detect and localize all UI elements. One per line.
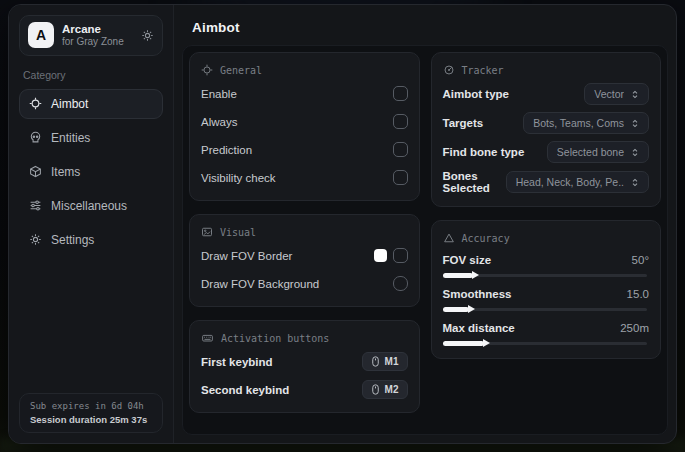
setting-row: Draw FOV Border — [201, 245, 408, 266]
smoothness-setting: Smoothness 15.0 — [443, 288, 650, 312]
tracker-card-header: Tracker — [443, 64, 650, 76]
cube-icon — [29, 165, 42, 178]
slider-fill — [443, 341, 484, 346]
setting-label: Draw FOV Border — [201, 250, 292, 262]
setting-row: First keybind M1 — [201, 351, 408, 372]
setting-label: Targets — [443, 117, 484, 129]
chevron-up-down-icon — [631, 177, 639, 188]
fov-size-setting: FOV size 50° — [443, 254, 650, 278]
setting-row: Prediction — [201, 139, 408, 160]
accuracy-card-header: Accuracy — [443, 232, 650, 244]
app-subtitle: for Gray Zone — [62, 36, 124, 49]
app-logo: A — [28, 22, 54, 48]
image-icon — [201, 226, 213, 238]
setting-label: FOV size — [443, 254, 492, 266]
dropdown-value: Bots, Teams, Coms — [533, 117, 624, 129]
activation-card-header: Activation buttons — [201, 332, 408, 344]
page-title: Aimbot — [192, 20, 240, 35]
content-panel: General Enable Always Prediction — [182, 45, 668, 435]
chevron-up-down-icon — [631, 147, 639, 158]
targets-dropdown[interactable]: Bots, Teams, Coms — [523, 112, 649, 134]
dropdown-value: Selected bone — [557, 146, 624, 158]
max-distance-slider[interactable] — [443, 341, 650, 346]
section-title: Accuracy — [462, 233, 510, 244]
setting-label: Prediction — [201, 144, 252, 156]
subscription-info: Sub expires in 6d 04h Session duration 2… — [19, 393, 163, 433]
accuracy-card: Accuracy FOV size 50° — [431, 220, 662, 359]
aimbot-type-dropdown[interactable]: Vector — [584, 83, 649, 105]
sidebar-item-aimbot[interactable]: Aimbot — [19, 89, 163, 119]
session-duration-text: Session duration 25m 37s — [30, 414, 152, 425]
sidebar-item-label: Miscellaneous — [51, 199, 127, 213]
mouse-icon — [371, 356, 380, 367]
max-distance-setting: Max distance 250m — [443, 322, 650, 346]
right-column: Tracker Aimbot type Vector — [431, 52, 662, 359]
fov-size-slider[interactable] — [443, 273, 650, 278]
slider-value: 15.0 — [627, 288, 649, 300]
second-keybind-button[interactable]: M2 — [362, 380, 408, 399]
bones-selected-dropdown[interactable]: Head, Neck, Body, Pe.. — [506, 171, 649, 193]
fov-border-color-swatch[interactable] — [374, 249, 387, 262]
tracker-card: Tracker Aimbot type Vector — [431, 52, 662, 207]
app-name: Arcane — [62, 22, 124, 36]
sidebar-item-miscellaneous[interactable]: Miscellaneous — [19, 191, 163, 221]
activation-card: Activation buttons First keybind M1 — [189, 320, 420, 413]
section-title: Tracker — [462, 65, 504, 76]
setting-row: Find bone type Selected bone — [443, 141, 650, 163]
first-keybind-button[interactable]: M1 — [362, 352, 408, 371]
chevron-up-down-icon — [631, 118, 639, 129]
gear-icon[interactable] — [141, 29, 154, 42]
draw-fov-background-checkbox[interactable] — [393, 276, 408, 291]
left-column: General Enable Always Prediction — [189, 52, 420, 413]
setting-label: First keybind — [201, 356, 273, 368]
sidebar-item-items[interactable]: Items — [19, 157, 163, 187]
setting-label: Second keybind — [201, 384, 289, 396]
setting-label: Find bone type — [443, 146, 525, 158]
section-title: Visual — [220, 227, 256, 238]
radar-icon — [443, 64, 455, 76]
always-checkbox[interactable] — [393, 114, 408, 129]
setting-row: Visibility check — [201, 167, 408, 188]
crosshair-icon — [29, 97, 42, 110]
slider-fill — [443, 307, 470, 312]
setting-controls — [374, 248, 408, 263]
setting-label: Max distance — [443, 322, 515, 334]
mouse-icon — [371, 384, 380, 395]
visual-card: Visual Draw FOV Border Draw FOV Backgrou… — [189, 214, 420, 307]
main-area: Aimbot General Enable — [174, 5, 676, 443]
setting-row: Draw FOV Background — [201, 273, 408, 294]
setting-label: Draw FOV Background — [201, 278, 319, 290]
sliders-icon — [29, 199, 42, 212]
setting-label: Visibility check — [201, 172, 276, 184]
gear-icon — [29, 233, 42, 246]
keybind-value: M1 — [385, 356, 399, 367]
brand-card: A Arcane for Gray Zone — [19, 15, 163, 56]
find-bone-type-dropdown[interactable]: Selected bone — [547, 141, 649, 163]
dropdown-value: Vector — [594, 88, 624, 100]
general-card-header: General — [201, 64, 408, 76]
sidebar-item-settings[interactable]: Settings — [19, 225, 163, 255]
setting-label: Bones Selected — [443, 170, 506, 194]
slider-fill — [443, 273, 474, 278]
prediction-checkbox[interactable] — [393, 142, 408, 157]
sidebar-item-label: Aimbot — [51, 97, 88, 111]
setting-row: Targets Bots, Teams, Coms — [443, 112, 650, 134]
dropdown-value: Head, Neck, Body, Pe.. — [516, 176, 624, 188]
draw-fov-border-checkbox[interactable] — [393, 248, 408, 263]
sidebar-item-label: Items — [51, 165, 80, 179]
enable-checkbox[interactable] — [393, 86, 408, 101]
sidebar-item-entities[interactable]: Entities — [19, 123, 163, 153]
slider-header: FOV size 50° — [443, 254, 650, 266]
setting-row: Aimbot type Vector — [443, 83, 650, 105]
slider-header: Max distance 250m — [443, 322, 650, 334]
slider-header: Smoothness 15.0 — [443, 288, 650, 300]
section-title: Activation buttons — [221, 333, 329, 344]
setting-row: Always — [201, 111, 408, 132]
app-window: A Arcane for Gray Zone Category Aimbot — [8, 4, 677, 444]
smoothness-slider[interactable] — [443, 307, 650, 312]
slider-value: 250m — [620, 322, 649, 334]
brand-text: Arcane for Gray Zone — [62, 22, 124, 49]
sidebar-item-label: Settings — [51, 233, 94, 247]
main-header: Aimbot — [174, 5, 676, 45]
visibility-check-checkbox[interactable] — [393, 170, 408, 185]
